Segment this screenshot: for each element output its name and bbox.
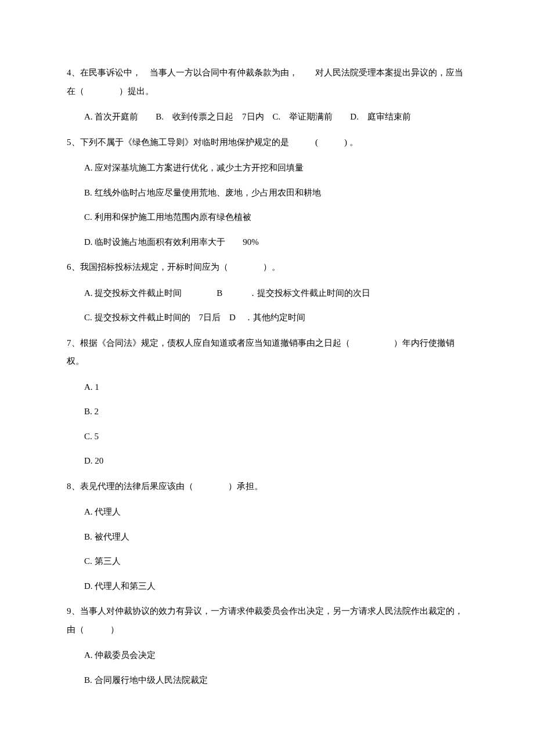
question-number: 9 xyxy=(67,606,71,616)
option-a: A. 1 xyxy=(84,379,467,396)
question-body: 、下列不属于《绿色施工导则》对临时用地保护规定的是 ( ) 。 xyxy=(71,138,358,147)
option-line: A. 首次开庭前 B. 收到传票之日起 7日内 C. 举证期满前 D. 庭审结束… xyxy=(84,112,411,121)
option-row-2: C. 提交投标文件截止时间的 7日后 D ．其他约定时间 xyxy=(84,309,467,326)
option-a: A. 应对深基坑施工方案进行优化，减少土方开挖和回填量 xyxy=(84,160,467,176)
question-number: 4 xyxy=(67,68,71,77)
question-options-inline: A. 首次开庭前 B. 收到传票之日起 7日内 C. 举证期满前 D. 庭审结束… xyxy=(67,108,467,125)
option-d: D. 代理人和第三人 xyxy=(84,578,467,595)
question-text: 7、根据《合同法》规定，债权人应自知道或者应当知道撤销事由之日起（ ）年内行使撤… xyxy=(67,334,467,371)
option-d: D. 20 xyxy=(84,453,467,469)
question-body: 、我国招标投标法规定，开标时间应为（ ）。 xyxy=(71,262,280,272)
question-text: 9、当事人对仲裁协议的效力有异议，一方请求仲裁委员会作出决定，另一方请求人民法院… xyxy=(67,602,467,639)
question-5: 5、下列不属于《绿色施工导则》对临时用地保护规定的是 ( ) 。 A. 应对深基… xyxy=(67,133,467,251)
question-body: 、在民事诉讼中， 当事人一方以合同中有仲裁条款为由， 对人民法院受理本案提出异议… xyxy=(67,68,463,96)
question-options: A. 仲裁委员会决定 B. 合同履行地中级人民法院裁定 xyxy=(67,647,467,688)
question-8: 8、表见代理的法律后果应该由（ ）承担。 A. 代理人 B. 被代理人 C. 第… xyxy=(67,478,467,595)
question-body: 、当事人对仲裁协议的效力有异议，一方请求仲裁委员会作出决定，另一方请求人民法院作… xyxy=(67,606,463,634)
question-text: 4、在民事诉讼中， 当事人一方以合同中有仲裁条款为由， 对人民法院受理本案提出异… xyxy=(67,64,467,100)
option-c: C. 5 xyxy=(84,428,467,445)
question-number: 5 xyxy=(67,138,71,147)
question-7: 7、根据《合同法》规定，债权人应自知道或者应当知道撤销事由之日起（ ）年内行使撤… xyxy=(67,334,467,469)
question-options: A. 应对深基坑施工方案进行优化，减少土方开挖和回填量 B. 红线外临时占地应尽… xyxy=(67,160,467,250)
option-c: C. 第三人 xyxy=(84,553,467,570)
option-b: B. 被代理人 xyxy=(84,529,467,545)
question-text: 6、我国招标投标法规定，开标时间应为（ ）。 xyxy=(67,258,467,277)
question-number: 8 xyxy=(67,482,71,491)
question-6: 6、我国招标投标法规定，开标时间应为（ ）。 A. 提交投标文件截止时间 B ．… xyxy=(67,258,467,326)
question-body: 、根据《合同法》规定，债权人应自知道或者应当知道撤销事由之日起（ ）年内行使撤销… xyxy=(67,338,454,366)
question-number: 6 xyxy=(67,262,71,272)
question-9: 9、当事人对仲裁协议的效力有异议，一方请求仲裁委员会作出决定，另一方请求人民法院… xyxy=(67,602,467,688)
option-c: C. 利用和保护施工用地范围内原有绿色植被 xyxy=(84,209,467,226)
question-body: 、表见代理的法律后果应该由（ ）承担。 xyxy=(71,482,263,491)
option-b: B. 红线外临时占地应尽量使用荒地、废地，少占用农田和耕地 xyxy=(84,185,467,201)
question-options: A. 提交投标文件截止时间 B ．提交投标文件截止时间的次日 C. 提交投标文件… xyxy=(67,285,467,326)
option-d: D. 临时设施占地面积有效利用率大于 90% xyxy=(84,234,467,251)
question-text: 5、下列不属于《绿色施工导则》对临时用地保护规定的是 ( ) 。 xyxy=(67,133,467,152)
option-row-1: A. 提交投标文件截止时间 B ．提交投标文件截止时间的次日 xyxy=(84,285,467,302)
option-a: A. 仲裁委员会决定 xyxy=(84,647,467,664)
option-b: B. 2 xyxy=(84,403,467,420)
question-options: A. 代理人 B. 被代理人 C. 第三人 D. 代理人和第三人 xyxy=(67,504,467,594)
question-4: 4、在民事诉讼中， 当事人一方以合同中有仲裁条款为由， 对人民法院受理本案提出异… xyxy=(67,64,467,125)
question-options: A. 1 B. 2 C. 5 D. 20 xyxy=(67,379,467,469)
option-b: B. 合同履行地中级人民法院裁定 xyxy=(84,672,467,689)
question-text: 8、表见代理的法律后果应该由（ ）承担。 xyxy=(67,478,467,496)
option-a: A. 代理人 xyxy=(84,504,467,520)
question-number: 7 xyxy=(67,338,71,348)
